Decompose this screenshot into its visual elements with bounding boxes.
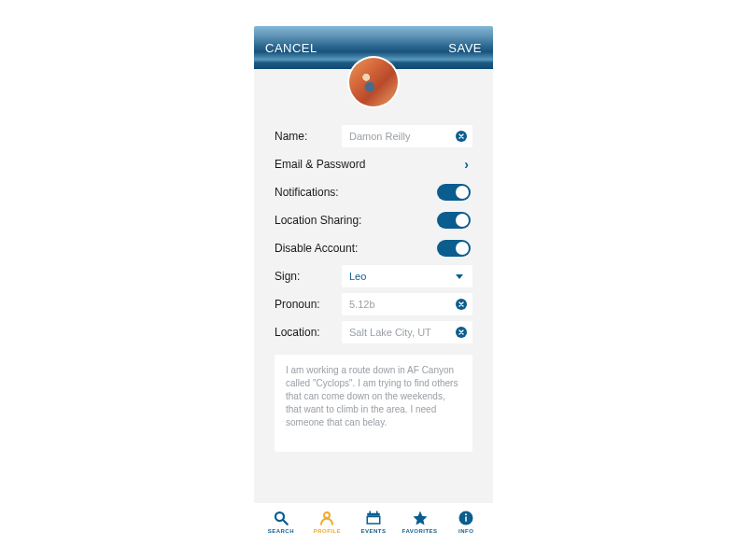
chevron-down-icon <box>456 274 463 279</box>
svg-rect-8 <box>465 517 467 522</box>
tab-events[interactable]: EVENTS <box>350 510 397 534</box>
name-clear-button[interactable] <box>456 131 467 142</box>
svg-rect-5 <box>369 511 371 514</box>
location-row: Location: Salt Lake City, UT <box>275 319 472 345</box>
svg-rect-6 <box>376 511 378 514</box>
notifications-label: Notifications: <box>275 186 374 199</box>
tab-favorites[interactable]: FAVORITES <box>397 510 444 534</box>
avatar-image <box>349 58 398 106</box>
email-password-label: Email & Password <box>275 158 464 171</box>
svg-line-1 <box>283 520 288 525</box>
form-content: Name: Damon Reilly Email & Password › No… <box>254 69 493 452</box>
tab-search-label: SEARCH <box>268 528 294 534</box>
tab-events-label: EVENTS <box>360 528 386 534</box>
location-sharing-toggle[interactable] <box>437 212 471 229</box>
avatar-button[interactable] <box>347 56 400 108</box>
calendar-icon <box>365 510 382 526</box>
sign-row: Sign: Leo <box>275 263 472 289</box>
tab-profile[interactable]: PROFILE <box>304 510 351 534</box>
disable-account-toggle[interactable] <box>437 240 471 257</box>
profile-icon <box>318 510 335 526</box>
pronoun-label: Pronoun: <box>275 298 342 311</box>
sign-label: Sign: <box>275 270 342 283</box>
cancel-button[interactable]: CANCEL <box>265 41 317 55</box>
svg-rect-4 <box>367 517 380 525</box>
location-input[interactable]: Salt Lake City, UT <box>342 321 472 343</box>
phone-frame: CANCEL SAVE Name: Damon Reilly Email & P… <box>254 26 493 544</box>
location-clear-button[interactable] <box>456 327 467 338</box>
svg-rect-3 <box>367 513 380 516</box>
name-label: Name: <box>275 130 342 143</box>
name-row: Name: Damon Reilly <box>275 123 472 149</box>
location-value: Salt Lake City, UT <box>349 327 456 338</box>
save-button[interactable]: SAVE <box>448 41 482 55</box>
pronoun-value: 5.12b <box>349 299 456 310</box>
notifications-toggle[interactable] <box>437 184 471 201</box>
tab-info-label: INFO <box>458 528 473 534</box>
star-icon <box>412 510 429 526</box>
svg-point-9 <box>465 513 467 515</box>
chevron-right-icon: › <box>464 158 472 171</box>
info-icon <box>458 510 474 526</box>
tab-info[interactable]: INFO <box>443 510 489 534</box>
search-icon <box>273 510 289 526</box>
svg-point-2 <box>324 512 330 518</box>
tab-bar: SEARCH PROFILE EVENTS FAVORITES <box>254 503 493 544</box>
pronoun-clear-button[interactable] <box>456 299 467 310</box>
notifications-row: Notifications: <box>275 179 472 205</box>
name-value: Damon Reilly <box>349 131 456 142</box>
sign-select[interactable]: Leo <box>342 265 472 287</box>
pronoun-row: Pronoun: 5.12b <box>275 291 472 317</box>
disable-account-label: Disable Account: <box>275 242 374 255</box>
tab-favorites-label: FAVORITES <box>402 528 438 534</box>
location-sharing-label: Location Sharing: <box>275 214 374 227</box>
location-label: Location: <box>275 326 342 339</box>
pronoun-input[interactable]: 5.12b <box>342 293 472 315</box>
disable-account-row: Disable Account: <box>275 235 472 261</box>
sign-value: Leo <box>349 271 456 282</box>
tab-profile-label: PROFILE <box>314 528 342 534</box>
email-password-row[interactable]: Email & Password › <box>275 151 472 177</box>
location-sharing-row: Location Sharing: <box>275 207 472 233</box>
name-input[interactable]: Damon Reilly <box>342 125 472 147</box>
bio-textarea[interactable]: I am working a route down in AF Canyon c… <box>275 355 472 452</box>
tab-search[interactable]: SEARCH <box>258 510 304 534</box>
